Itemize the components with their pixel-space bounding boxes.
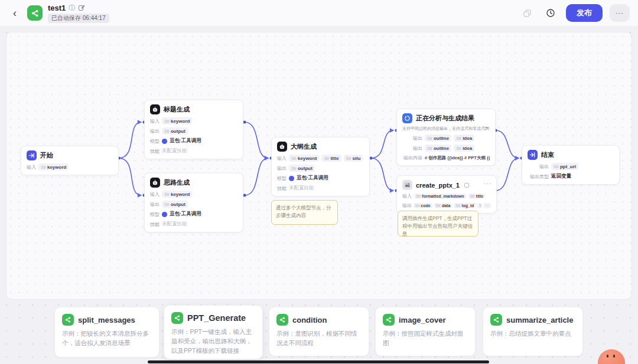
param-tag: Stroutput [289, 165, 315, 172]
sticky-note-llm-steps[interactable]: 通过多个大模型节点，分步骤生成内容 [271, 200, 338, 225]
node-silu-gen[interactable]: 思路生成 输入 Strkeyword 输出 Stroutput 模型 豆包·工具… [144, 173, 243, 232]
sticky-note-plugin-info[interactable]: 调用插件生成PPT，生成PPT过程中用输出节点告知用户关键信息 [398, 211, 479, 237]
workflow-template-icon [171, 312, 183, 324]
param-tag: Strformatted_markdown [414, 194, 466, 199]
template-desc: 示例：意图识别，根据不同情况走不同流程 [276, 329, 362, 348]
template-desc: 示例：总结提炼文章中的要点 [490, 329, 575, 339]
template-title: summarize_article [506, 316, 573, 324]
node-title: 开始 [40, 151, 53, 160]
template-title: image_cover [399, 316, 446, 324]
template-desc: 示例：按照固定样式生成封面图 [383, 329, 468, 348]
output-label: 输出 [402, 202, 412, 209]
autosave-badge: 已自动保存 06:44:17 [48, 14, 109, 23]
workflow-nodes-icon [31, 9, 40, 18]
clock-history-icon [546, 8, 555, 18]
header-bar: ‹ test1 ⓘ 已自动保存 06:44:17 [0, 0, 638, 26]
skill-label: 技能 [150, 221, 160, 228]
template-card-ppt-generate[interactable]: PPT_Generate 示例：PPT一键生成，输入主题和受众，输出思路和大纲，… [164, 305, 263, 359]
output-type-label: 输出类型 [528, 173, 549, 180]
node-start[interactable]: 开始 输入 Strkeyword [21, 146, 119, 175]
input-label: 输入 [402, 193, 412, 199]
edge-pptx-to-end[interactable] [496, 158, 519, 191]
param-tag: Strkeyword [289, 155, 319, 162]
node-create-pptx[interactable]: create_pptx_1 ··· 输入 Strformatted_markdo… [396, 175, 497, 214]
skill-label: 技能 [277, 185, 287, 192]
edge-start-to-silu[interactable] [119, 158, 141, 195]
edge-analysis-to-end[interactable] [496, 130, 519, 158]
input-label: 输入 [150, 191, 160, 198]
param-tag: Strtitle [321, 155, 341, 162]
node-title: create_pptx_1 [416, 182, 460, 189]
param-tag: Strkeyword [162, 191, 192, 198]
model-provider-icon [289, 176, 294, 181]
llm-icon [277, 142, 287, 152]
mascot-eye [613, 355, 615, 358]
node-title: 正在分析与生成结果 [416, 114, 474, 123]
edge-outline-to-pptx[interactable] [371, 158, 393, 191]
llm-icon [150, 178, 160, 188]
node-title-gen[interactable]: 标题生成 输入 Strkeyword 输出 Stroutput 模型 豆包·工具… [144, 100, 243, 159]
skill-value: 未配置技能 [162, 147, 187, 155]
template-card-split-messages[interactable]: split_messages 示例：把较长的文本消息拆分多个，适合拟人发消息场景 [54, 307, 160, 358]
skill-label: 技能 [150, 148, 160, 155]
template-title: condition [292, 316, 327, 324]
param-tag: Stroutline [425, 135, 451, 142]
overflow-params-chip[interactable]: ··· [483, 203, 491, 208]
workflow-template-icon [276, 314, 288, 326]
start-icon [27, 150, 37, 160]
edge-title-to-outline[interactable] [245, 122, 268, 158]
info-icon[interactable]: ⓘ [69, 4, 75, 12]
edge-silu-to-outline[interactable] [245, 158, 268, 195]
node-outline-gen[interactable]: 大纲生成 输入 Strkeyword Strtitle Strsilu 输出 S… [271, 137, 370, 196]
node-menu-button[interactable]: ··· [484, 181, 491, 187]
back-button[interactable]: ‹ [7, 5, 22, 21]
edge-outline-to-analysis[interactable] [371, 130, 393, 158]
param-tag: Stroutput [162, 201, 188, 208]
template-card-summarize-article[interactable]: summarize_article 示例：总结提炼文章中的要点 [483, 307, 583, 356]
output-label: 输出 [402, 135, 422, 142]
output-label: 输出 [528, 163, 549, 170]
output-type-value: 返回变量 [551, 173, 571, 180]
assistant-mascot-button[interactable] [598, 349, 625, 364]
output-content-value: # 创作思路 {{idea}} # PPT大纲 {{outline}} [425, 155, 490, 161]
param-tag-truncated: Strmessage [477, 203, 481, 208]
param-tag: Strlog_id [454, 203, 476, 208]
param-tag: Stridea [454, 145, 474, 152]
history-button[interactable] [542, 5, 559, 21]
edge-start-to-title[interactable] [119, 122, 141, 158]
edit-icon[interactable] [78, 4, 85, 11]
page-title: test1 [48, 4, 66, 12]
template-desc: 示例：PPT一键生成，输入主题和受众，输出思路和大纲，以及PPT模板的下载链接 [171, 327, 255, 355]
publish-button[interactable]: 发布 [566, 4, 603, 22]
template-title: split_messages [78, 316, 135, 324]
workflow-template-icon [490, 314, 502, 326]
param-tag: Intcode [414, 203, 432, 208]
template-desc: 示例：把较长的文本消息拆分多个，适合拟人发消息场景 [62, 329, 152, 348]
node-output-analysis[interactable]: 正在分析与生成结果 支持中间过程的消息输出，支持流式和非流式两种方式 输出 St… [396, 109, 496, 166]
plugin-thumbnail-icon [402, 180, 412, 190]
bottom-handle-bar [148, 360, 489, 363]
duplicate-button[interactable] [519, 5, 535, 21]
end-icon [528, 150, 538, 160]
template-card-condition[interactable]: condition 示例：意图识别，根据不同情况走不同流程 [269, 307, 369, 356]
mascot-eye [607, 355, 608, 358]
copy-icon [523, 9, 532, 18]
param-tag: Strkeyword [162, 117, 192, 124]
param-tag: Strdata [434, 203, 453, 208]
template-card-image-cover[interactable]: image_cover 示例：按照固定样式生成封面图 [375, 307, 476, 356]
model-name: 豆包·工具调用 [170, 211, 201, 218]
output-label: 输出 [277, 165, 287, 172]
model-label: 模型 [150, 138, 160, 145]
output-content-label: 输出内容 [402, 155, 422, 161]
workflow-app-icon [27, 5, 43, 21]
workflow-canvas[interactable]: 开始 输入 Strkeyword 标题生成 输入 Strkeyword 输出 S… [6, 32, 632, 300]
model-provider-icon [162, 139, 167, 144]
node-title: 大纲生成 [291, 142, 317, 151]
more-options-button[interactable]: ··· [610, 4, 630, 22]
workflow-template-icon [383, 314, 395, 326]
node-end[interactable]: 结束 输出 Strppt_url 输出类型 返回变量 [522, 145, 620, 185]
param-tag: Strppt_url [551, 163, 578, 170]
model-label: 模型 [277, 175, 287, 182]
model-name: 豆包·工具调用 [297, 175, 328, 182]
output-label: 输出 [150, 201, 160, 208]
